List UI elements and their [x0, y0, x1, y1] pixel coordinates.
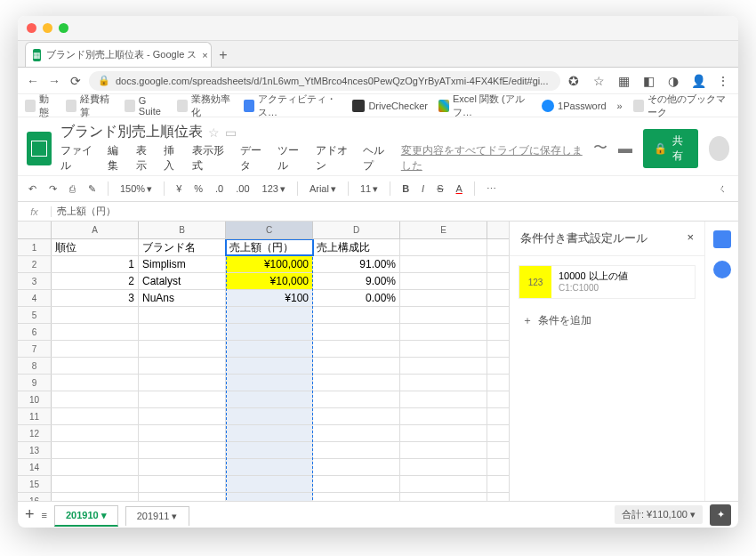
menu-view[interactable]: 表示	[136, 143, 156, 173]
cell[interactable]	[52, 391, 139, 407]
other-bookmarks[interactable]: その他のブックマーク	[633, 93, 731, 119]
cell[interactable]: 0.00%	[313, 290, 400, 306]
cell[interactable]: 順位	[52, 239, 139, 255]
cell[interactable]: 売上構成比	[313, 239, 400, 255]
close-tab-icon[interactable]: ×	[202, 50, 207, 60]
cell[interactable]	[400, 307, 487, 323]
col-header-b[interactable]: B	[139, 222, 226, 238]
bookmark-item[interactable]: 経費精算	[66, 93, 113, 119]
keep-sidepanel-icon[interactable]	[713, 261, 731, 278]
cell[interactable]	[400, 256, 487, 272]
cell[interactable]	[226, 341, 313, 357]
cell[interactable]	[226, 442, 313, 458]
cell[interactable]	[139, 324, 226, 340]
cell[interactable]: 9.00%	[313, 273, 400, 289]
cell[interactable]	[52, 493, 139, 501]
minimize-window-button[interactable]	[43, 23, 52, 33]
cell[interactable]	[52, 341, 139, 357]
cell[interactable]	[226, 307, 313, 323]
sheet-tab[interactable]: 201911 ▾	[125, 506, 189, 526]
maximize-window-button[interactable]	[59, 23, 68, 33]
increase-decimal-button[interactable]: .00	[232, 181, 253, 196]
cell[interactable]	[313, 476, 400, 492]
cell[interactable]: 3	[52, 290, 139, 306]
cell[interactable]	[313, 391, 400, 407]
menu-file[interactable]: ファイル	[60, 143, 99, 173]
menu-help[interactable]: ヘルプ	[363, 143, 392, 173]
zoom-select[interactable]: 150% ▾	[117, 181, 156, 197]
cell[interactable]	[313, 324, 400, 340]
menu-tools[interactable]: ツール	[277, 143, 307, 173]
sheets-logo-icon[interactable]	[27, 132, 52, 165]
activity-icon[interactable]: 〜	[593, 139, 607, 157]
cell[interactable]	[139, 341, 226, 357]
cell[interactable]	[52, 307, 139, 323]
cell[interactable]	[400, 425, 487, 441]
cell[interactable]	[139, 425, 226, 441]
sheet-tab[interactable]: 201910 ▾	[54, 505, 118, 527]
cell[interactable]: ¥10,000	[226, 273, 313, 289]
print-button[interactable]: ⎙	[66, 181, 79, 196]
quicksum-box[interactable]: 合計: ¥110,100 ▾	[615, 505, 703, 524]
extension-icon-1[interactable]: ▦	[615, 73, 631, 89]
cell[interactable]	[313, 307, 400, 323]
cell[interactable]	[139, 476, 226, 492]
row-header[interactable]: 2	[18, 256, 52, 272]
calendar-sidepanel-icon[interactable]	[713, 230, 731, 248]
bookmark-item[interactable]: G Suite	[125, 95, 166, 117]
bookmark-item[interactable]: 1Password	[542, 100, 606, 112]
cell[interactable]	[400, 476, 487, 492]
row-header[interactable]: 5	[18, 307, 52, 323]
cell[interactable]	[400, 459, 487, 475]
url-field[interactable]: 🔒 docs.google.com/spreadsheets/d/1nL6wm_…	[89, 71, 560, 91]
cell[interactable]	[52, 476, 139, 492]
cell[interactable]	[226, 459, 313, 475]
profile-avatar-icon[interactable]: 👤	[690, 73, 706, 89]
cell[interactable]	[226, 324, 313, 340]
row-header[interactable]: 12	[18, 425, 52, 441]
row-header[interactable]: 11	[18, 408, 52, 424]
extension-icon-3[interactable]: ◑	[665, 73, 681, 89]
add-sheet-button[interactable]: +	[25, 505, 35, 524]
font-size-select[interactable]: 11 ▾	[357, 181, 382, 197]
cell[interactable]	[139, 459, 226, 475]
cell[interactable]: 2	[52, 273, 139, 289]
cell[interactable]	[139, 375, 226, 391]
row-header[interactable]: 14	[18, 459, 52, 475]
row-header[interactable]: 16	[18, 493, 52, 501]
text-color-button[interactable]: A	[453, 181, 466, 196]
bookmark-item[interactable]: 動態	[25, 93, 55, 119]
cell[interactable]	[313, 493, 400, 501]
cell[interactable]	[226, 493, 313, 501]
cell[interactable]	[226, 408, 313, 424]
bookmark-item[interactable]: DriveChecker	[352, 100, 428, 112]
cell[interactable]	[52, 442, 139, 458]
cell[interactable]	[313, 459, 400, 475]
cell[interactable]	[139, 442, 226, 458]
explore-button[interactable]: ✦	[710, 504, 731, 526]
row-header[interactable]: 13	[18, 442, 52, 458]
cell[interactable]	[226, 358, 313, 374]
menu-edit[interactable]: 編集	[108, 143, 127, 173]
cell[interactable]: 1	[52, 256, 139, 272]
row-header[interactable]: 15	[18, 476, 52, 492]
close-window-button[interactable]	[27, 23, 36, 33]
all-sheets-button[interactable]: ≡	[42, 510, 47, 520]
row-header[interactable]: 6	[18, 324, 52, 340]
close-sidebar-icon[interactable]: ×	[687, 230, 694, 246]
cell[interactable]	[52, 408, 139, 424]
cell[interactable]: 売上額（円）	[226, 239, 313, 255]
row-header[interactable]: 3	[18, 273, 52, 289]
col-header-c[interactable]: C	[226, 222, 313, 238]
cell[interactable]	[52, 324, 139, 340]
cell[interactable]	[139, 358, 226, 374]
paint-format-button[interactable]: ✎	[84, 181, 100, 197]
share-button[interactable]: 🔒 共有	[643, 129, 698, 168]
cell[interactable]	[400, 493, 487, 501]
cell[interactable]	[400, 324, 487, 340]
bookmark-item[interactable]: アクティビティ・ス…	[244, 93, 342, 119]
cell[interactable]	[313, 375, 400, 391]
bookmark-overflow[interactable]: »	[617, 101, 623, 111]
menu-insert[interactable]: 挿入	[164, 143, 183, 173]
row-header[interactable]: 1	[18, 239, 52, 255]
